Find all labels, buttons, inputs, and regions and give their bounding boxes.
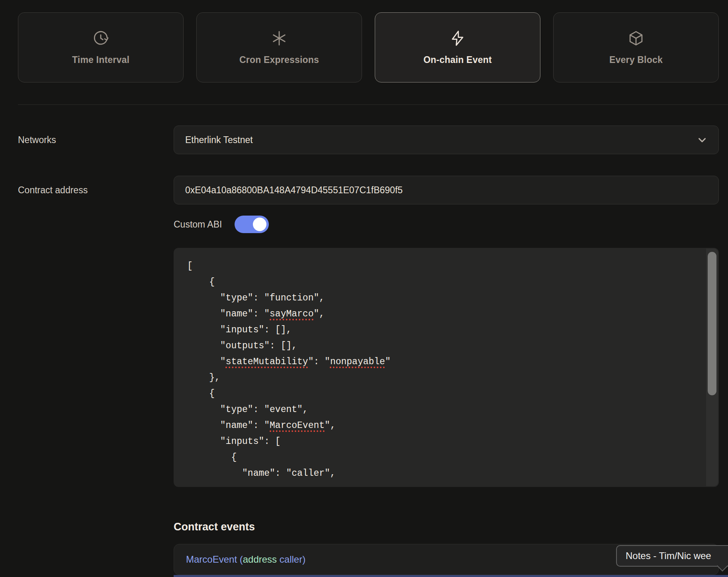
lightning-icon: [449, 30, 466, 47]
custom-abi-toggle[interactable]: [235, 216, 269, 233]
card-onchain-event[interactable]: On-chain Event: [375, 12, 540, 82]
network-select-value: Etherlink Testnet: [185, 135, 253, 145]
editor-scrollbar-thumb[interactable]: [708, 252, 716, 395]
event-param-type: address: [243, 554, 277, 565]
notes-tooltip-text: Notes - Tim/Nic wee: [626, 550, 711, 561]
networks-row: Networks Etherlink Testnet: [18, 126, 719, 154]
abi-code: [ { "type": "function", "name": "sayMarc…: [174, 248, 719, 481]
card-label: Time Interval: [72, 55, 129, 65]
bottom-accent-bar: [174, 575, 728, 577]
contract-address-label: Contract address: [18, 185, 174, 196]
notes-tooltip: Notes - Tim/Nic wee: [616, 545, 728, 567]
contract-events-heading: Contract events: [174, 521, 255, 533]
toggle-knob: [253, 218, 266, 231]
event-name: MarcoEvent (: [186, 554, 243, 565]
contract-address-input[interactable]: 0xE04a10a86800BA148A4794D45551E07C1fB690…: [174, 176, 719, 204]
asterisk-icon: [271, 30, 288, 47]
network-select[interactable]: Etherlink Testnet: [174, 126, 719, 154]
cube-icon: [628, 30, 644, 47]
card-label: Cron Expressions: [239, 55, 319, 65]
custom-abi-label: Custom ABI: [174, 219, 222, 230]
contract-address-value: 0xE04a10a86800BA148A4794D45551E07C1fB690…: [185, 185, 403, 196]
abi-code-editor[interactable]: [ { "type": "function", "name": "sayMarc…: [174, 248, 719, 487]
section-divider: [18, 104, 728, 105]
card-cron-expressions[interactable]: Cron Expressions: [196, 12, 362, 82]
card-label: Every Block: [609, 55, 663, 65]
trigger-type-selector: Time Interval Cron Expressions On-chain …: [18, 12, 719, 82]
card-label: On-chain Event: [423, 55, 492, 65]
chevron-down-icon: [696, 134, 708, 146]
card-time-interval[interactable]: Time Interval: [18, 12, 184, 82]
networks-label: Networks: [18, 135, 174, 145]
contract-address-row: Contract address 0xE04a10a86800BA148A479…: [18, 176, 719, 204]
clock-refresh-icon: [92, 30, 109, 47]
custom-abi-row: Custom ABI: [174, 215, 269, 234]
card-every-block[interactable]: Every Block: [553, 12, 719, 82]
event-param-name: caller): [277, 554, 305, 565]
editor-scrollbar-track[interactable]: [706, 249, 718, 486]
